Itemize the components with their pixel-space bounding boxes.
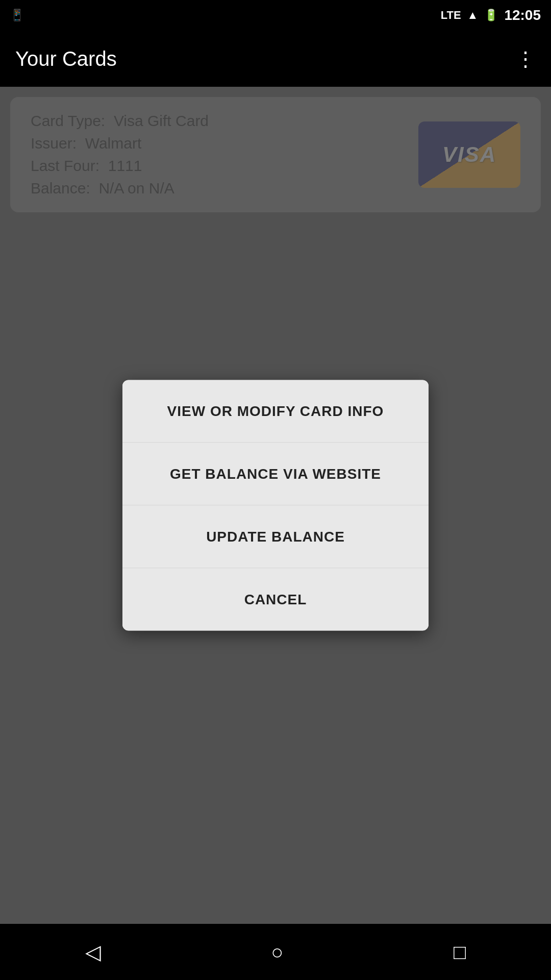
status-time: 12:05 [504,7,541,23]
home-nav-icon[interactable]: ○ [271,941,283,964]
lte-icon: LTE [441,9,461,22]
action-modal: VIEW OR MODIFY CARD INFO GET BALANCE VIA… [122,380,429,631]
app-bar: Your Cards ⋮ [0,31,551,87]
signal-icon: ▲ [467,9,479,22]
status-bar-left: 📱 [10,9,24,22]
update-balance-button[interactable]: UPDATE BALANCE [122,506,429,569]
notification-icon: 📱 [10,9,24,22]
main-content: Card Type: Visa Gift Card Issuer: Walmar… [0,87,551,924]
get-balance-button[interactable]: GET BALANCE VIA WEBSITE [122,443,429,506]
overflow-menu-icon[interactable]: ⋮ [515,47,536,70]
status-bar: 📱 LTE ▲ 🔋 12:05 [0,0,551,31]
battery-icon: 🔋 [484,9,498,22]
back-nav-icon[interactable]: ◁ [85,940,101,964]
status-bar-right: LTE ▲ 🔋 12:05 [441,7,541,23]
app-title: Your Cards [15,47,117,70]
view-modify-card-button[interactable]: VIEW OR MODIFY CARD INFO [122,380,429,443]
nav-bar: ◁ ○ □ [0,924,551,980]
cancel-button[interactable]: CANCEL [122,569,429,631]
recent-apps-nav-icon[interactable]: □ [454,941,466,964]
